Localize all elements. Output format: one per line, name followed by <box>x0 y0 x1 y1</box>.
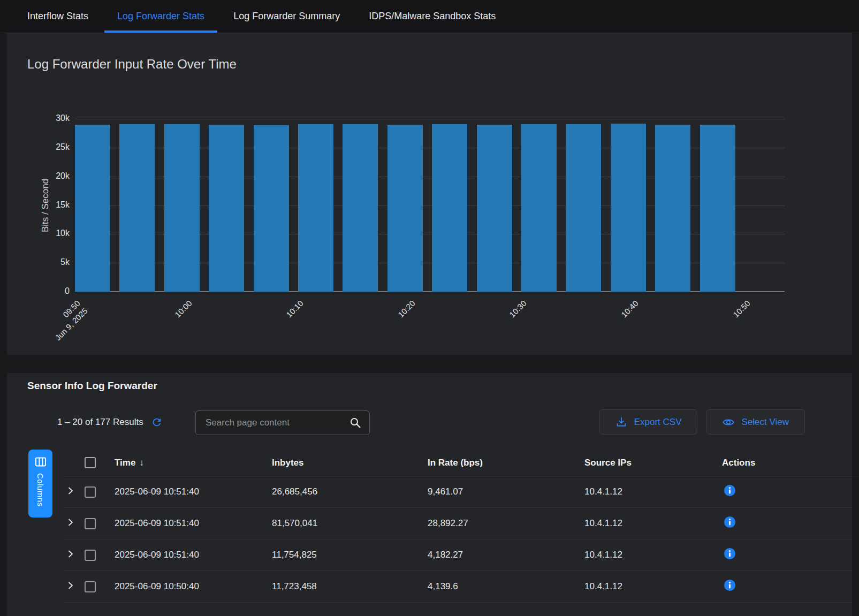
x-tick-label: 10:50 <box>731 298 752 320</box>
search-icon[interactable] <box>349 416 362 429</box>
bar <box>611 124 646 292</box>
table-panel: Sensor Info Log Forwarder 1 – 20 of 177 … <box>7 373 852 616</box>
cell-time: 2025-06-09 10:51:40 <box>115 550 272 560</box>
gridline <box>75 119 785 119</box>
chevron-right-icon[interactable] <box>66 486 75 495</box>
header-checkbox-cell <box>85 457 115 468</box>
cell-inbytes: 11,754,825 <box>272 550 428 560</box>
bar <box>254 125 289 292</box>
cell-source-ip: 10.4.1.12 <box>584 518 722 529</box>
x-tick-label: 10:30 <box>507 298 529 320</box>
cell-inbytes: 11,723,458 <box>272 581 428 592</box>
table-row: 2025-06-09 10:50:4011,723,4584,139.610.4… <box>64 571 852 603</box>
export-csv-label: Export CSV <box>634 417 682 428</box>
cell-inbytes: 26,685,456 <box>272 486 428 497</box>
chevron-right-icon[interactable] <box>66 581 75 590</box>
chevron-right-icon[interactable] <box>66 550 75 558</box>
table-header-row: Time↓InbytesIn Rate (bps)Source IPsActio… <box>64 450 859 476</box>
column-header-actions[interactable]: Actions <box>722 458 859 468</box>
cell-in-rate: 9,461.07 <box>428 486 584 497</box>
y-tick-label: 25k <box>7 142 70 152</box>
row-checkbox[interactable] <box>85 550 96 561</box>
row-checkbox-cell <box>85 518 115 529</box>
cell-source-ip: 10.4.1.12 <box>584 550 722 560</box>
table-body: 2025-06-09 10:51:4026,685,4569,461.0710.… <box>7 476 852 603</box>
row-checkbox-cell <box>85 486 115 498</box>
bar-chart-plot-area: 09:50Jun 9, 202510:0010:1010:2010:3010:4… <box>75 119 785 292</box>
cell-in-rate: 4,139.6 <box>428 581 584 592</box>
cell-actions <box>722 516 852 530</box>
search-box <box>195 410 370 435</box>
cell-inbytes: 81,570,041 <box>272 518 428 529</box>
bar <box>655 125 690 292</box>
bar <box>119 124 155 292</box>
chart-panel: Log Forwarder Input Rate Over Time Bits … <box>7 33 852 355</box>
info-icon[interactable] <box>724 548 735 559</box>
row-checkbox-cell <box>85 581 115 592</box>
results-summary: 1 – 20 of 177 Results <box>57 409 163 435</box>
cell-time: 2025-06-09 10:50:40 <box>115 581 272 592</box>
table-row: 2025-06-09 10:51:4026,685,4569,461.0710.… <box>64 476 852 508</box>
y-tick-label: 30k <box>7 113 70 123</box>
column-header-inbytes[interactable]: Inbytes <box>272 458 428 468</box>
tab-interflow-stats[interactable]: Interflow Stats <box>14 0 101 33</box>
x-tick-label: 10:40 <box>619 298 641 320</box>
table-toolbar: Export CSV Select View <box>599 409 805 435</box>
y-tick-label: 15k <box>7 200 70 210</box>
bar <box>387 125 423 292</box>
bar <box>432 124 467 292</box>
columns-icon <box>34 455 47 468</box>
row-expander-cell <box>64 486 85 498</box>
column-header-in-rate-bps[interactable]: In Rate (bps) <box>428 458 584 468</box>
y-tick-label: 5k <box>7 257 70 267</box>
x-tick-label: 10:10 <box>284 298 306 320</box>
row-checkbox[interactable] <box>85 518 96 529</box>
app-root: Interflow StatsLog Forwarder StatsLog Fo… <box>0 0 859 616</box>
bar <box>164 124 200 292</box>
cell-actions <box>722 485 852 499</box>
row-checkbox[interactable] <box>85 486 96 498</box>
cell-actions <box>722 548 852 562</box>
columns-button[interactable]: Columns <box>28 450 52 518</box>
bar <box>298 124 333 292</box>
y-tick-label: 20k <box>7 171 70 181</box>
bar <box>700 125 735 292</box>
results-count-text: 1 – 20 of 177 Results <box>57 417 143 428</box>
download-icon <box>615 416 627 428</box>
y-tick-label: 10k <box>7 229 70 238</box>
y-tick-label: 0 <box>7 286 70 296</box>
bar <box>75 125 110 292</box>
info-icon[interactable] <box>724 516 735 528</box>
chart-title: Log Forwarder Input Rate Over Time <box>27 57 237 72</box>
table-section-title: Sensor Info Log Forwarder <box>27 380 157 392</box>
row-checkbox[interactable] <box>85 581 96 592</box>
info-icon[interactable] <box>724 580 735 591</box>
row-expander-cell <box>64 518 85 529</box>
tab-log-forwarder-stats[interactable]: Log Forwarder Stats <box>104 0 217 33</box>
chevron-right-icon[interactable] <box>66 518 75 527</box>
cell-source-ip: 10.4.1.12 <box>584 581 722 592</box>
refresh-icon[interactable] <box>151 416 163 428</box>
table-row: 2025-06-09 10:51:4081,570,04128,892.2710… <box>64 508 852 539</box>
bar <box>343 124 378 292</box>
tab-idps-malware-sandbox-stats[interactable]: IDPS/Malware Sandbox Stats <box>356 0 508 33</box>
x-tick-label: 09:50Jun 9, 2025 <box>45 298 90 343</box>
column-header-time[interactable]: Time↓ <box>115 458 272 468</box>
select-all-checkbox[interactable] <box>85 457 96 468</box>
search-input[interactable] <box>196 417 349 428</box>
cell-source-ip: 10.4.1.12 <box>584 486 722 497</box>
table-row: 2025-06-09 10:51:4011,754,8254,182.2710.… <box>64 539 852 571</box>
bar <box>566 124 601 292</box>
cell-in-rate: 28,892.27 <box>428 518 584 529</box>
select-view-label: Select View <box>741 417 789 428</box>
x-tick-label: 10:00 <box>172 298 194 320</box>
cell-time: 2025-06-09 10:51:40 <box>115 518 272 529</box>
tab-log-forwarder-summary[interactable]: Log Forwarder Summary <box>221 0 353 33</box>
cell-time: 2025-06-09 10:51:40 <box>115 486 272 497</box>
export-csv-button[interactable]: Export CSV <box>599 409 698 435</box>
select-view-button[interactable]: Select View <box>706 409 805 435</box>
row-expander-cell <box>64 581 85 592</box>
column-header-source-ips[interactable]: Source IPs <box>584 458 722 468</box>
info-icon[interactable] <box>724 485 735 496</box>
bar <box>521 124 557 292</box>
